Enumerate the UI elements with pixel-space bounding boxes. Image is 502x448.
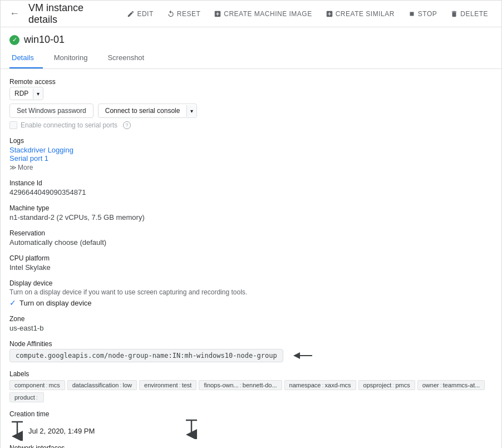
instance-bar: win10-01 [1,27,501,46]
display-device-desc: Turn on a display device if you want to … [9,288,493,296]
machine-type-value: n1-standard-2 (2 vCPUs, 7.5 GB memory) [9,213,493,221]
label-tag: finops-own... : bennett-do... [199,380,282,390]
zone-value: us-east1-b [9,324,493,332]
plus-icon [326,10,333,18]
tab-details[interactable]: Details [9,48,43,68]
reset-button[interactable]: RESET [163,7,205,21]
content-area: Remote access RDP ▾ Set Windows password… [1,69,501,448]
label-tag: environment : test [139,380,196,390]
page-wrapper: ← VM instance details EDIT RESET CREATE … [0,0,502,448]
tab-monitoring[interactable]: Monitoring [45,48,97,68]
affinity-tag: compute.googleapis.com/node-group-name:I… [9,349,283,362]
edit-button[interactable]: EDIT [122,7,158,21]
header-actions: EDIT RESET CREATE MACHINE IMAGE CREATE S… [122,7,493,21]
instance-id-label: Instance Id [9,179,493,187]
labels-label: Labels [9,370,493,378]
refresh-icon [167,10,175,18]
instance-id-value: 4296644049090354871 [9,188,493,196]
zone-label: Zone [9,315,493,323]
create-similar-button[interactable]: CREATE SIMILAR [321,7,399,21]
down-arrow-right-area [184,419,199,441]
remote-access-label: Remote access [9,78,493,86]
labels-row: component : mcsdataclassification : lowe… [9,380,493,402]
delete-button[interactable]: DELETE [446,7,493,21]
more-link[interactable]: ≫ More [9,164,493,171]
display-device-check-row: ✓ Turn on display device [9,298,493,307]
label-tag: opsproject : pmcs [358,380,415,390]
create-machine-image-button[interactable]: CREATE MACHINE IMAGE [209,7,316,21]
set-password-button[interactable]: Set Windows password [9,104,93,118]
rdp-label: RDP [10,87,33,100]
node-affinities-row: compute.googleapis.com/node-group-name:I… [9,349,493,362]
reservation-value: Automatically choose (default) [9,238,493,247]
cpu-platform-label: CPU platform [9,254,493,262]
display-device-checkmark: ✓ [9,298,16,307]
label-tag: namespace : xaxd-mcs [284,380,356,390]
logs-label: Logs [9,137,493,145]
creation-time-label: Creation time [9,410,493,418]
label-tag: owner : teammcs-at... [417,380,485,390]
enable-serial-ports-row: Enable connecting to serial ports ? [9,121,493,129]
pencil-icon [127,10,135,18]
creation-time-value: Jul 2, 2020, 1:49 PM [9,421,95,441]
remote-access-controls: RDP ▾ [9,87,493,100]
enable-serial-label: Enable connecting to serial ports [21,121,117,129]
right-arrow-annotation [290,349,318,362]
page-title: VM instance details [28,2,114,26]
enable-serial-checkbox[interactable] [9,121,17,129]
stop-icon [408,10,416,18]
down-arrow-left [9,421,25,441]
tabs: Details Monitoring Screenshot [1,48,501,69]
cpu-platform-value: Intel Skylake [9,263,493,272]
remote-access-buttons: Set Windows password Connect to serial c… [9,104,493,118]
serial-port-link[interactable]: Serial port 1 [9,154,48,163]
network-interfaces-label: Network interfaces [9,444,493,448]
display-device-checkbox-label: Turn on display device [19,299,92,307]
label-tag: product : [9,392,44,402]
display-device-label: Display device [9,279,493,287]
tab-screenshot[interactable]: Screenshot [99,48,153,68]
reservation-label: Reservation [9,229,493,237]
connect-dropdown[interactable]: Connect to serial console ▾ [98,104,198,118]
create-machine-icon [214,10,222,18]
stackdriver-link[interactable]: Stackdriver Logging [9,146,73,154]
header: ← VM instance details EDIT RESET CREATE … [1,1,501,27]
node-affinities-label: Node Affinities [9,340,493,348]
stop-button[interactable]: STOP [403,7,441,21]
rdp-dropdown[interactable]: RDP ▾ [9,87,43,100]
status-icon [9,35,19,45]
info-icon[interactable]: ? [123,121,131,129]
machine-type-label: Machine type [9,204,493,212]
back-button[interactable]: ← [9,8,19,19]
instance-name: win10-01 [24,34,65,46]
down-arrow-right [184,419,199,439]
trash-icon [450,10,458,18]
connect-dropdown-arrow[interactable]: ▾ [186,105,196,117]
label-tag: dataclassification : low [67,380,137,390]
label-tag: component : mcs [9,380,65,390]
rdp-dropdown-arrow[interactable]: ▾ [33,88,43,99]
chevron-down-icon: ≫ [9,164,17,171]
connect-label: Connect to serial console [99,104,187,117]
